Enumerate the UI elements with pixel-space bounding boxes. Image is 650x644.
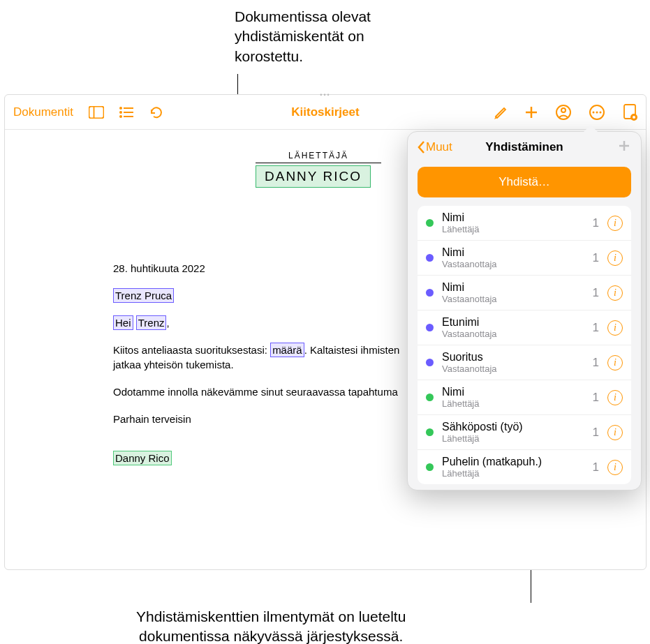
field-labels: Suoritus Vastaanottaja (442, 351, 584, 374)
svg-point-4 (119, 111, 122, 114)
svg-point-6 (119, 115, 122, 118)
sidebar-toggle-icon[interactable] (89, 106, 104, 119)
popover-add-button (617, 139, 631, 156)
field-name: Nimi (442, 281, 584, 294)
info-icon[interactable]: i (607, 250, 623, 266)
body-text: . Kaltaistesi ihmisten (304, 344, 400, 356)
popover-back-label: Muut (426, 140, 452, 154)
field-subtitle: Vastaanottaja (442, 294, 584, 304)
info-icon[interactable]: i (607, 216, 623, 231)
field-name: Suoritus (442, 351, 584, 364)
merge-field-row[interactable]: Nimi Lähettäjä 1 i (418, 206, 631, 241)
info-icon[interactable]: i (607, 460, 623, 475)
status-dot-icon (426, 219, 434, 227)
body-text: Kiitos anteliaasta suorituksestasi: (113, 344, 267, 356)
callout-bottom: Yhdistämiskenttien ilmentymät on luetelt… (136, 607, 406, 644)
undo-icon[interactable] (149, 105, 164, 120)
callout-top: Dokumentissa olevatyhdistämiskentät onko… (235, 7, 371, 66)
merge-field-greeting-name[interactable]: Trenz (136, 315, 167, 330)
svg-point-14 (596, 111, 598, 113)
field-labels: Etunimi Vastaanottaja (442, 316, 584, 339)
field-count: 1 (593, 426, 599, 440)
info-icon[interactable]: i (607, 285, 623, 301)
merge-field-row[interactable]: Sähköposti (työ) Lähettäjä 1 i (418, 415, 631, 450)
svg-point-2 (119, 107, 122, 110)
status-dot-icon (426, 394, 434, 401)
info-icon[interactable]: i (607, 355, 623, 370)
pages-app-window: ••• Dokumentit Kiitoskirjeet (4, 94, 647, 570)
sender-label: LÄHETTÄJÄ (256, 151, 381, 163)
documents-button[interactable]: Dokumentit (13, 105, 73, 119)
svg-rect-3 (124, 107, 133, 109)
document-settings-icon[interactable] (622, 104, 637, 121)
body-text: jatkaa yhteisön tukemista. (113, 359, 234, 370)
svg-point-18 (633, 116, 635, 119)
merge-field-row[interactable]: Nimi Vastaanottaja 1 i (418, 276, 631, 310)
document-title: Kiitoskirjeet (291, 105, 359, 119)
field-count: 1 (593, 391, 599, 405)
field-count: 1 (593, 356, 599, 370)
field-count: 1 (593, 321, 599, 335)
chevron-left-icon (418, 141, 424, 153)
field-subtitle: Vastaanottaja (442, 364, 584, 374)
field-name: Sähköposti (työ) (442, 421, 584, 433)
merge-field-row[interactable]: Nimi Vastaanottaja 1 i (418, 241, 631, 276)
merge-field-row[interactable]: Suoritus Vastaanottaja 1 i (418, 345, 631, 380)
field-name: Etunimi (442, 316, 584, 329)
svg-point-13 (593, 111, 595, 113)
field-name: Nimi (442, 211, 584, 224)
add-icon[interactable] (524, 105, 538, 119)
status-dot-icon (426, 463, 434, 471)
svg-rect-0 (89, 106, 103, 118)
field-labels: Puhelin (matkapuh.) Lähettäjä (442, 456, 584, 479)
field-labels: Sähköposti (työ) Lähettäjä (442, 421, 584, 444)
merge-popover: Muut Yhdistäminen Yhdistä… Nimi Lähettäj… (407, 131, 642, 491)
field-name: Puhelin (matkapuh.) (442, 456, 584, 468)
toolbar-right (492, 104, 637, 121)
field-labels: Nimi Lähettäjä (442, 386, 584, 409)
field-subtitle: Lähettäjä (442, 224, 584, 234)
list-view-icon[interactable] (119, 107, 133, 118)
field-subtitle: Lähettäjä (442, 398, 584, 409)
status-dot-icon (426, 324, 434, 331)
merge-field-amount[interactable]: määrä (270, 343, 304, 357)
svg-point-11 (561, 108, 566, 112)
merge-field-row[interactable]: Nimi Lähettäjä 1 i (418, 380, 631, 415)
status-dot-icon (426, 359, 434, 366)
more-icon[interactable] (589, 104, 605, 121)
collaborate-icon[interactable] (555, 104, 572, 121)
field-subtitle: Vastaanottaja (442, 329, 584, 339)
field-labels: Nimi Vastaanottaja (442, 281, 584, 304)
svg-rect-5 (124, 112, 133, 113)
status-dot-icon (426, 254, 434, 262)
status-dot-icon (426, 428, 434, 436)
info-icon[interactable]: i (607, 320, 623, 336)
merge-action-button[interactable]: Yhdistä… (418, 167, 631, 197)
svg-point-15 (600, 111, 602, 113)
popover-back-button[interactable]: Muut (418, 140, 452, 154)
field-subtitle: Lähettäjä (442, 433, 584, 444)
merge-field-recipient-name[interactable]: Trenz Pruca (113, 288, 174, 303)
field-count: 1 (593, 216, 599, 230)
field-name: Nimi (442, 246, 584, 259)
info-icon[interactable]: i (607, 390, 623, 405)
field-count: 1 (593, 286, 599, 300)
field-labels: Nimi Lähettäjä (442, 211, 584, 234)
merge-field-list: Nimi Lähettäjä 1 i Nimi Vastaanottaja 1 … (418, 206, 631, 484)
merge-field-sender-name[interactable]: DANNY RICO (256, 165, 371, 188)
status-dot-icon (426, 289, 434, 297)
field-labels: Nimi Vastaanottaja (442, 246, 584, 269)
sender-block: LÄHETTÄJÄ DANNY RICO (249, 151, 388, 188)
merge-field-greeting-prefix[interactable]: Hei (113, 315, 133, 330)
greeting-suffix: , (166, 317, 169, 329)
info-icon[interactable]: i (607, 425, 623, 440)
popover-header: Muut Yhdistäminen (408, 132, 641, 160)
field-subtitle: Vastaanottaja (442, 259, 584, 269)
field-subtitle: Lähettäjä (442, 468, 584, 479)
toolbar: Dokumentit Kiitoskirjeet (5, 95, 646, 130)
format-brush-icon[interactable] (492, 105, 508, 120)
svg-rect-7 (124, 116, 133, 117)
merge-field-row[interactable]: Puhelin (matkapuh.) Lähettäjä 1 i (418, 450, 631, 484)
merge-field-signature-name[interactable]: Danny Rico (113, 451, 172, 465)
merge-field-row[interactable]: Etunimi Vastaanottaja 1 i (418, 310, 631, 345)
